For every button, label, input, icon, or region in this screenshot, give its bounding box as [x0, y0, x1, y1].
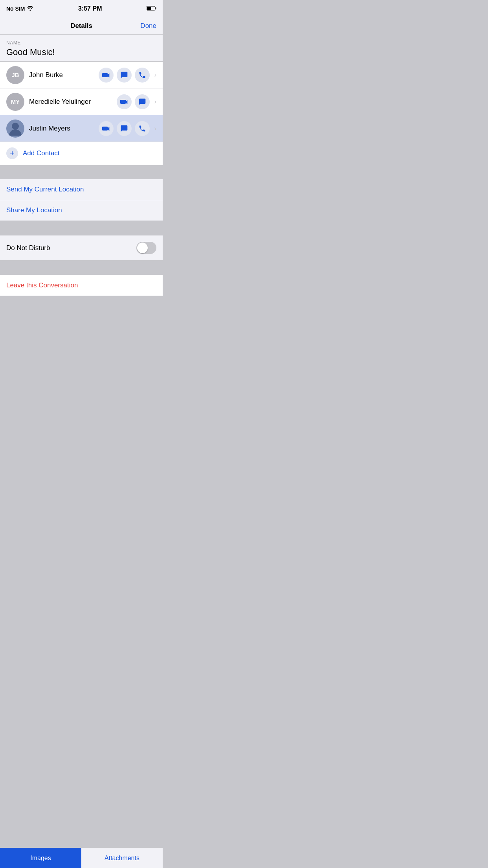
status-time: 3:57 PM: [78, 5, 102, 12]
video-icon: [120, 98, 128, 106]
dnd-row: Do Not Disturb: [0, 235, 163, 261]
send-current-location-label: Send My Current Location: [6, 186, 84, 193]
video-button-justin[interactable]: [99, 121, 114, 136]
name-section: NAME Good Music!: [0, 35, 163, 62]
toggle-knob: [137, 243, 148, 253]
share-location-label: Share My Location: [6, 206, 62, 214]
avatar-justin: [6, 120, 24, 138]
actions-john-burke: ›: [99, 68, 156, 83]
battery-icon: [147, 6, 156, 12]
contact-row-meredielle: MY Meredielle Yeiulinger ›: [0, 88, 163, 115]
video-button-meredielle[interactable]: [117, 94, 132, 109]
actions-justin: ›: [99, 121, 156, 136]
send-current-location-row[interactable]: Send My Current Location: [0, 179, 163, 200]
section-gap-2: [0, 221, 163, 235]
person-silhouette-icon: [9, 121, 22, 136]
status-right: [147, 6, 156, 12]
leave-conversation-label: Leave this Conversation: [6, 281, 78, 289]
contact-row-justin: Justin Meyers ›: [0, 115, 163, 142]
nav-bar: Details Done: [0, 17, 163, 35]
phone-icon: [138, 125, 146, 132]
phone-icon: [138, 71, 146, 79]
message-button-meredielle[interactable]: [135, 94, 150, 109]
chevron-meredielle: ›: [154, 98, 156, 105]
share-location-row[interactable]: Share My Location: [0, 200, 163, 221]
wifi-icon: [27, 6, 33, 12]
no-sim-text: No SIM: [6, 6, 25, 12]
leave-conversation-row[interactable]: Leave this Conversation: [0, 275, 163, 296]
svg-rect-2: [147, 7, 151, 10]
contact-name-john-burke: John Burke: [29, 71, 99, 79]
message-icon: [120, 125, 128, 132]
status-left: No SIM: [6, 6, 33, 12]
message-icon: [138, 98, 146, 106]
chevron-john-burke: ›: [154, 72, 156, 79]
contact-row-john-burke: JB John Burke ›: [0, 62, 163, 88]
dnd-section: Do Not Disturb: [0, 235, 163, 261]
done-button[interactable]: Done: [140, 22, 156, 30]
section-gap-1: [0, 165, 163, 179]
dnd-label: Do Not Disturb: [6, 244, 50, 252]
initials-john-burke: JB: [11, 72, 19, 78]
message-icon: [120, 71, 128, 79]
contact-name-justin: Justin Meyers: [29, 125, 99, 132]
nav-title: Details: [70, 22, 92, 30]
svg-point-3: [12, 123, 19, 130]
video-icon: [102, 71, 110, 79]
group-name: Good Music!: [6, 47, 156, 57]
avatar-meredielle: MY: [6, 93, 24, 111]
add-contact-row[interactable]: + Add Contact: [0, 142, 163, 165]
message-button-justin[interactable]: [117, 121, 132, 136]
bottom-gap: [0, 296, 163, 327]
initials-meredielle: MY: [11, 98, 20, 105]
contacts-section: JB John Burke › MY: [0, 62, 163, 165]
add-contact-label: Add Contact: [23, 149, 60, 157]
chevron-justin: ›: [154, 125, 156, 132]
add-contact-plus-icon: +: [6, 147, 18, 159]
dnd-toggle[interactable]: [136, 242, 156, 254]
leave-section: Leave this Conversation: [0, 275, 163, 296]
contact-name-meredielle: Meredielle Yeiulinger: [29, 98, 117, 106]
phone-button-justin[interactable]: [135, 121, 150, 136]
name-label: NAME: [6, 40, 156, 46]
video-icon: [102, 125, 110, 132]
video-button-john-burke[interactable]: [99, 68, 114, 83]
actions-meredielle: ›: [117, 94, 156, 109]
status-bar: No SIM 3:57 PM: [0, 0, 163, 17]
phone-button-john-burke[interactable]: [135, 68, 150, 83]
message-button-john-burke[interactable]: [117, 68, 132, 83]
avatar-john-burke: JB: [6, 66, 24, 84]
svg-rect-1: [155, 7, 156, 9]
location-section: Send My Current Location Share My Locati…: [0, 179, 163, 221]
